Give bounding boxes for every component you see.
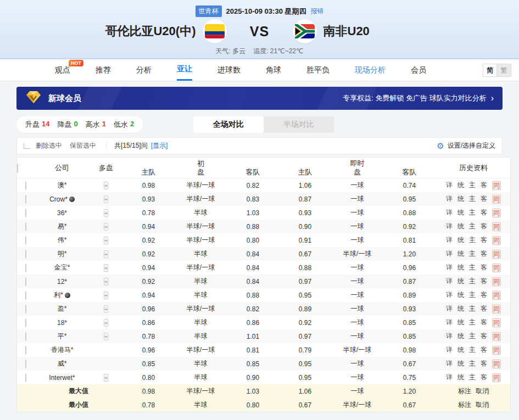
history-link-客[interactable]: 客 xyxy=(481,208,487,217)
company-name[interactable]: 18* xyxy=(35,319,90,327)
select-corner-icon[interactable] xyxy=(24,143,30,149)
action-标注[interactable]: 标注 xyxy=(458,400,471,410)
history-link-客[interactable]: 客 xyxy=(481,318,487,327)
history-link-same[interactable]: 同 xyxy=(492,250,501,259)
history-link-same[interactable]: 同 xyxy=(492,209,501,217)
history-link-客[interactable]: 客 xyxy=(481,345,487,355)
row-checkbox[interactable] xyxy=(25,195,26,204)
company-name[interactable]: 伟* xyxy=(35,236,90,245)
history-link-统[interactable]: 统 xyxy=(457,222,464,231)
history-link-主[interactable]: 主 xyxy=(469,359,476,368)
history-link-统[interactable]: 统 xyxy=(457,277,464,286)
history-link-same[interactable]: 同 xyxy=(492,277,501,286)
delete-selected-button[interactable]: 删除选中 xyxy=(36,141,62,150)
company-name[interactable]: Crow* xyxy=(35,195,90,203)
row-checkbox[interactable] xyxy=(25,209,26,217)
history-link-客[interactable]: 客 xyxy=(481,194,487,204)
history-link-详[interactable]: 详 xyxy=(446,236,453,245)
history-link-统[interactable]: 统 xyxy=(457,194,464,204)
expand-plus-button[interactable]: + xyxy=(104,374,108,382)
history-link-客[interactable]: 客 xyxy=(481,222,487,231)
expand-plus-button[interactable]: + xyxy=(104,182,108,189)
history-link-客[interactable]: 客 xyxy=(481,359,487,368)
history-link-详[interactable]: 详 xyxy=(446,359,453,368)
history-link-same[interactable]: 同 xyxy=(492,291,501,300)
company-name[interactable]: 易* xyxy=(35,222,90,231)
history-link-统[interactable]: 统 xyxy=(457,304,464,313)
nav-item-推荐[interactable]: 推荐 xyxy=(96,59,111,81)
nav-item-进球数[interactable]: 进球数 xyxy=(217,59,241,81)
history-link-same[interactable]: 同 xyxy=(492,264,501,272)
history-link-详[interactable]: 详 xyxy=(446,318,453,327)
history-link-主[interactable]: 主 xyxy=(469,277,476,286)
history-link-详[interactable]: 详 xyxy=(446,181,453,190)
company-name[interactable]: Interwet* xyxy=(35,374,90,382)
chevron-right-icon[interactable]: › xyxy=(491,93,494,103)
history-link-统[interactable]: 统 xyxy=(457,263,464,272)
row-checkbox[interactable] xyxy=(25,305,26,313)
expand-plus-button[interactable]: + xyxy=(104,292,108,299)
history-link-详[interactable]: 详 xyxy=(446,373,453,382)
row-checkbox[interactable] xyxy=(25,181,26,190)
action-取消[interactable]: 取消 xyxy=(476,400,489,410)
nav-item-会员[interactable]: 会员 xyxy=(411,59,426,81)
lang-traditional-button[interactable]: 繁 xyxy=(497,64,511,77)
company-name[interactable]: 威* xyxy=(35,359,90,368)
expand-plus-button[interactable]: + xyxy=(104,250,108,258)
history-link-same[interactable]: 同 xyxy=(492,373,501,382)
expand-plus-button[interactable]: + xyxy=(104,209,108,217)
row-checkbox[interactable] xyxy=(25,373,26,382)
history-link-详[interactable]: 详 xyxy=(446,277,453,286)
expand-plus-button[interactable]: + xyxy=(104,223,108,231)
company-name[interactable]: 澳* xyxy=(35,181,90,190)
row-checkbox[interactable] xyxy=(25,291,26,300)
history-link-主[interactable]: 主 xyxy=(469,263,476,272)
keep-selected-button[interactable]: 保留选中 xyxy=(70,141,96,150)
history-link-客[interactable]: 客 xyxy=(481,263,487,272)
row-checkbox[interactable] xyxy=(25,332,26,341)
history-link-same[interactable]: 同 xyxy=(492,195,501,204)
tab-half-match[interactable]: 半场对比 xyxy=(264,116,334,133)
vip-banner[interactable]: 新球会员 专享权益: 免费解锁 免广告 球队实力对比分析 › xyxy=(16,87,503,110)
history-link-详[interactable]: 详 xyxy=(446,222,453,231)
history-link-主[interactable]: 主 xyxy=(469,208,476,217)
history-link-统[interactable]: 统 xyxy=(457,373,464,382)
history-link-主[interactable]: 主 xyxy=(469,345,476,355)
company-name[interactable]: 盈* xyxy=(35,304,90,313)
history-link-主[interactable]: 主 xyxy=(469,304,476,313)
history-link-统[interactable]: 统 xyxy=(457,181,464,190)
history-link-same[interactable]: 同 xyxy=(492,222,501,231)
history-link-主[interactable]: 主 xyxy=(469,290,476,300)
row-checkbox[interactable] xyxy=(25,222,26,231)
history-link-same[interactable]: 同 xyxy=(492,360,501,368)
history-link-详[interactable]: 详 xyxy=(446,194,453,204)
expand-plus-button[interactable]: + xyxy=(104,278,108,285)
history-link-统[interactable]: 统 xyxy=(457,332,464,341)
history-link-same[interactable]: 同 xyxy=(492,305,501,313)
history-link-same[interactable]: 同 xyxy=(492,181,501,190)
nav-item-观点[interactable]: 观点HOT xyxy=(55,59,70,81)
row-checkbox[interactable] xyxy=(25,236,26,245)
row-checkbox[interactable] xyxy=(25,250,26,259)
history-link-客[interactable]: 客 xyxy=(481,236,487,245)
history-link-统[interactable]: 统 xyxy=(457,345,464,355)
history-link-详[interactable]: 详 xyxy=(446,249,453,259)
expand-plus-button[interactable]: + xyxy=(104,305,108,313)
history-link-客[interactable]: 客 xyxy=(481,373,487,382)
row-checkbox[interactable] xyxy=(25,277,26,286)
history-link-详[interactable]: 详 xyxy=(446,290,453,300)
company-name[interactable]: 12* xyxy=(35,278,90,285)
expand-plus-button[interactable]: + xyxy=(104,319,108,327)
history-link-主[interactable]: 主 xyxy=(469,194,476,204)
history-link-客[interactable]: 客 xyxy=(481,332,487,341)
action-取消[interactable]: 取消 xyxy=(476,387,489,396)
company-name[interactable]: 明* xyxy=(35,249,90,259)
history-link-客[interactable]: 客 xyxy=(481,304,487,313)
history-link-客[interactable]: 客 xyxy=(481,290,487,300)
expand-plus-button[interactable]: + xyxy=(104,333,108,340)
history-link-详[interactable]: 详 xyxy=(446,304,453,313)
history-link-统[interactable]: 统 xyxy=(457,249,464,259)
history-link-统[interactable]: 统 xyxy=(457,208,464,217)
history-link-主[interactable]: 主 xyxy=(469,318,476,327)
history-link-same[interactable]: 同 xyxy=(492,318,501,327)
